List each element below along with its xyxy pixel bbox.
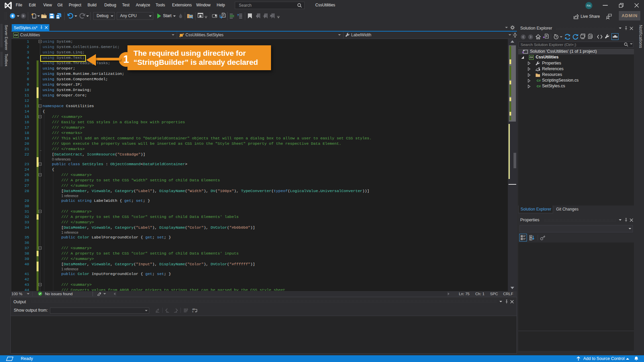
svg-text:c: c bbox=[192, 310, 194, 313]
svg-text:Z: Z bbox=[530, 238, 531, 240]
svg-text:?: ? bbox=[237, 13, 239, 17]
svg-text:A: A bbox=[530, 236, 532, 238]
